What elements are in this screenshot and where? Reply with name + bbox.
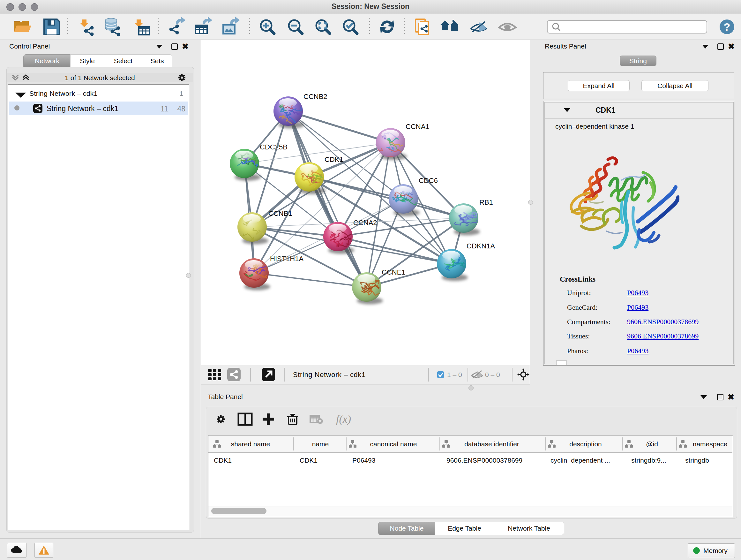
svg-text:shared name: shared name <box>231 440 270 448</box>
svg-text:0 – 0: 0 – 0 <box>485 371 500 378</box>
svg-text:String Network – cdk1: String Network – cdk1 <box>293 371 366 379</box>
svg-text:@id: @id <box>646 440 658 448</box>
svg-text:CCNB1: CCNB1 <box>268 209 292 217</box>
svg-text:HIST1H1A: HIST1H1A <box>270 255 304 263</box>
svg-text:canonical name: canonical name <box>370 440 417 448</box>
svg-text:namespace: namespace <box>693 440 728 448</box>
svg-text:CCNA1: CCNA1 <box>406 123 429 131</box>
svg-text:CDK1: CDK1 <box>325 155 343 164</box>
svg-text:CDC6: CDC6 <box>419 177 438 185</box>
svg-text:CDC25B: CDC25B <box>260 143 287 151</box>
svg-text:name: name <box>312 440 329 448</box>
svg-text:1 – 0: 1 – 0 <box>447 371 462 378</box>
svg-text:CCNA2: CCNA2 <box>353 219 377 227</box>
svg-text:CCNB2: CCNB2 <box>304 92 327 101</box>
svg-text:f(x): f(x) <box>336 413 351 425</box>
svg-text:CDKN1A: CDKN1A <box>467 242 495 250</box>
svg-text:?: ? <box>724 21 731 33</box>
svg-text:CCNE1: CCNE1 <box>382 268 406 276</box>
svg-text:RB1: RB1 <box>479 198 493 206</box>
svg-text:description: description <box>569 440 602 448</box>
svg-text:database identifier: database identifier <box>464 440 519 448</box>
